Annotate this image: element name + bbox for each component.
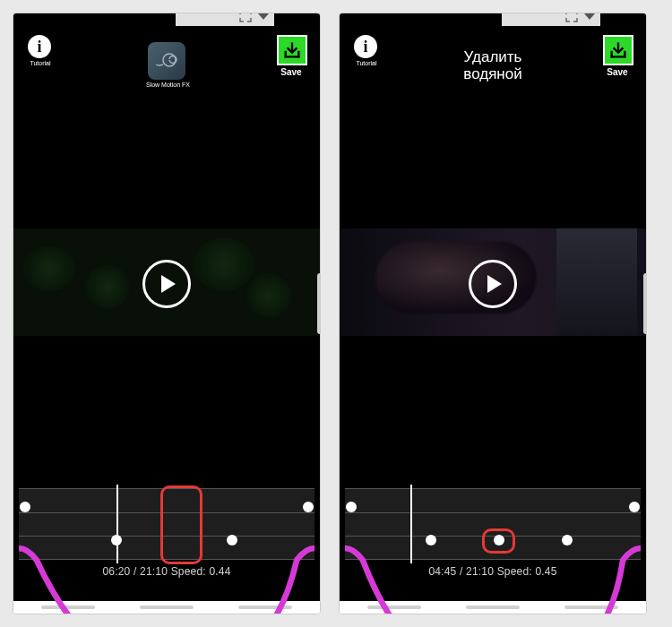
play-icon <box>487 275 502 293</box>
save-button[interactable] <box>277 35 307 65</box>
download-icon <box>282 40 302 60</box>
speed-timeline: 06:20 / 21:10 Speed: 0.44 <box>19 488 314 587</box>
expand-icon <box>238 13 253 23</box>
download-icon <box>608 40 628 60</box>
save-label: Save <box>273 67 309 77</box>
system-dropdown-bar[interactable] <box>176 13 274 26</box>
curve-endpoint[interactable] <box>20 502 30 512</box>
curve-handle[interactable] <box>227 535 237 545</box>
curve-endpoint[interactable] <box>629 502 640 512</box>
top-toolbar: i Tutorial Удалить водяной Save <box>340 30 646 83</box>
side-edge-handle[interactable] <box>317 273 321 334</box>
curve-handle[interactable] <box>426 535 436 545</box>
play-button[interactable] <box>142 260 191 308</box>
side-edge-handle[interactable] <box>643 273 647 334</box>
speed-graph[interactable] <box>19 488 314 560</box>
curve-handle[interactable] <box>562 535 573 545</box>
top-toolbar: i Tutorial Slow Motion FX Save <box>13 30 320 83</box>
chevron-down-icon <box>584 13 595 20</box>
curve-endpoint[interactable] <box>303 502 314 512</box>
curve-endpoint[interactable] <box>346 502 357 512</box>
app-name: Slow Motion FX <box>146 82 187 88</box>
highlight-box <box>160 485 202 564</box>
snail-icon <box>148 42 185 80</box>
info-button[interactable]: i <box>354 35 377 58</box>
app-screen: i Tutorial Удалить водяной Save <box>340 13 646 601</box>
play-button[interactable] <box>469 260 517 308</box>
app-screen: i Tutorial Slow Motion FX Save <box>13 13 320 601</box>
playhead[interactable] <box>410 485 412 563</box>
system-dropdown-bar[interactable] <box>502 13 600 26</box>
tutorial-label: Tutorial <box>347 60 386 66</box>
speed-graph[interactable] <box>345 488 641 560</box>
phone-1: i Tutorial Slow Motion FX Save <box>13 13 321 614</box>
app-badge[interactable]: Slow Motion FX <box>146 42 187 88</box>
save-button[interactable] <box>603 35 633 65</box>
speed-timeline: 04:45 / 21:10 Speed: 0.45 <box>345 488 641 587</box>
playhead[interactable] <box>116 485 118 563</box>
info-button[interactable]: i <box>28 35 51 58</box>
remove-watermark-text[interactable]: Удалить водяной <box>463 49 521 82</box>
highlight-box <box>482 528 514 554</box>
save-label: Save <box>599 67 635 77</box>
play-icon <box>161 275 176 293</box>
tutorial-label: Tutorial <box>21 60 60 66</box>
expand-icon <box>564 13 579 23</box>
chevron-down-icon <box>258 13 269 20</box>
phone-2: i Tutorial Удалить водяной Save <box>339 13 647 614</box>
